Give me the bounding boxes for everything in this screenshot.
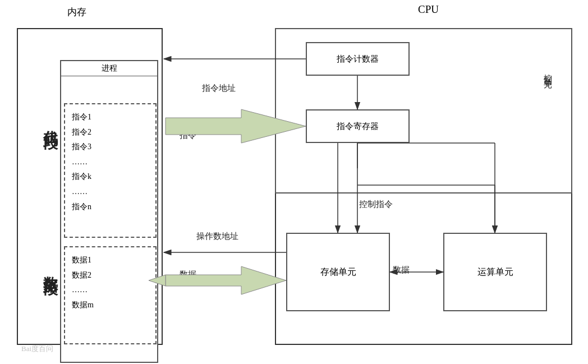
diagram-container: 内存 CPU 代码段 数据段 进程 指令1 指令2 指令3 …… 指令k …… … [0,0,588,364]
label-data-between-units: 数据 [393,265,410,275]
label-data: 数据 [180,269,196,280]
alu-unit-box: 运算单元 [443,233,547,311]
label-control-unit: 控制单元 [543,67,553,76]
data-dashed-box: 数据1 数据2 …… 数据m [64,246,157,344]
process-box: 进程 指令1 指令2 指令3 …… 指令k …… 指令n 数据1 数据2 … [60,60,158,363]
code-dashed-box: 指令1 指令2 指令3 …… 指令k …… 指令n [64,103,157,238]
data-1: 数据1 [72,253,149,268]
label-data-segment: 数据段 [40,265,60,271]
label-operand-address: 操作数地址 [196,231,238,242]
process-title: 进程 [61,61,157,76]
code-instructions: 指令1 指令2 指令3 …… 指令k …… 指令n [65,104,155,220]
watermark: Bai度百问 [21,344,53,354]
instruction-3: 指令3 [72,140,149,155]
memory-outer-box: 代码段 数据段 进程 指令1 指令2 指令3 …… 指令k …… 指令n [17,28,163,345]
instruction-register-box: 指令寄存器 [306,109,410,143]
label-cpu: CPU [418,3,439,16]
instruction-2: 指令2 [72,125,149,140]
data-ellipsis: …… [72,283,149,298]
instruction-ellipsis-1: …… [72,155,149,170]
instruction-k: 指令k [72,169,149,185]
label-instruction: 指令 [180,130,196,141]
instruction-counter-box: 指令计数器 [306,42,410,76]
instruction-n: 指令n [72,200,149,215]
instruction-ellipsis-2: …… [72,185,149,200]
data-2: 数据2 [72,268,149,283]
label-code-segment: 代码段 [40,119,60,126]
data-m: 数据m [72,298,149,313]
data-items: 数据1 数据2 …… 数据m [65,247,155,318]
instruction-1: 指令1 [72,110,149,125]
label-memory: 内存 [67,6,86,19]
label-control-instruction: 控制指令 [359,199,393,210]
label-instruction-address: 指令地址 [202,83,236,94]
storage-unit-box: 存储单元 [286,233,390,311]
